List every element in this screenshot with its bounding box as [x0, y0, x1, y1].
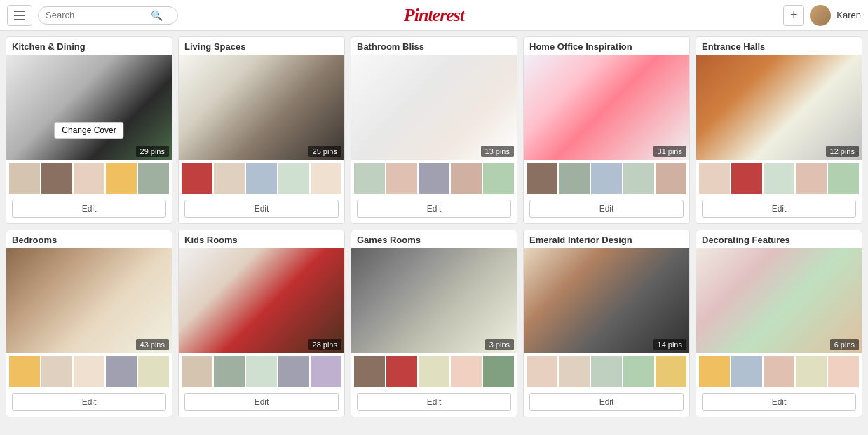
thumb-kidsrooms-4	[311, 356, 341, 387]
board-cover-img-decorating	[696, 248, 862, 353]
pins-badge-entrance: 12 pins	[826, 146, 859, 157]
board-card-kidsrooms: Kids Rooms28 pinsEdit	[178, 230, 345, 417]
board-thumbs-kitchen	[6, 160, 172, 197]
thumb-kidsrooms-0	[182, 356, 212, 387]
board-card-gamesrooms: Games Rooms3 pinsEdit	[351, 230, 517, 417]
board-cover-img-bathroom	[351, 55, 517, 160]
board-card-living: Living Spaces25 pinsEdit	[178, 36, 345, 224]
board-cover-wrap-emerald: 14 pins	[524, 248, 689, 353]
thumb-bedrooms-0	[9, 356, 40, 387]
pins-badge-homeoffice: 31 pins	[653, 146, 686, 157]
edit-button-gamesrooms[interactable]: Edit	[357, 393, 511, 411]
add-button[interactable]: +	[783, 5, 804, 26]
board-card-entrance: Entrance Halls12 pinsEdit	[696, 36, 862, 224]
thumb-emerald-1	[559, 356, 590, 387]
thumb-bedrooms-2	[74, 356, 104, 387]
avatar-image	[810, 5, 831, 26]
thumb-kidsrooms-3	[278, 356, 309, 387]
thumb-decorating-0	[699, 356, 730, 387]
pins-badge-bathroom: 13 pins	[481, 146, 514, 157]
board-cover-wrap-living: 25 pins	[179, 55, 344, 160]
thumb-living-1	[214, 163, 245, 194]
thumb-homeoffice-2	[591, 163, 622, 194]
thumb-entrance-3	[796, 163, 827, 194]
board-cover-img-kidsrooms	[179, 248, 344, 353]
board-card-bedrooms: Bedrooms43 pinsEdit	[6, 230, 172, 417]
thumb-gamesrooms-3	[451, 356, 482, 387]
edit-button-homeoffice[interactable]: Edit	[529, 200, 684, 218]
hamburger-icon	[14, 11, 25, 20]
menu-button[interactable]	[7, 5, 32, 26]
board-title-gamesrooms: Games Rooms	[351, 230, 517, 248]
thumb-living-0	[182, 163, 212, 194]
edit-button-living[interactable]: Edit	[184, 200, 339, 218]
board-title-kidsrooms: Kids Rooms	[179, 230, 344, 248]
board-thumbs-bathroom	[351, 160, 517, 197]
edit-button-bathroom[interactable]: Edit	[357, 200, 511, 218]
pins-badge-kidsrooms: 28 pins	[308, 339, 341, 350]
board-cover-img-entrance	[696, 55, 862, 160]
thumb-homeoffice-3	[623, 163, 654, 194]
thumb-homeoffice-4	[656, 163, 686, 194]
thumb-emerald-0	[527, 356, 557, 387]
avatar	[810, 5, 831, 26]
board-thumbs-homeoffice	[524, 160, 689, 197]
thumb-entrance-2	[764, 163, 794, 194]
edit-button-decorating[interactable]: Edit	[702, 393, 856, 411]
thumb-bathroom-1	[386, 163, 417, 194]
board-thumbs-decorating	[696, 353, 862, 390]
search-icon: 🔍	[151, 10, 163, 21]
board-cover-img-homeoffice	[524, 55, 689, 160]
thumb-entrance-0	[699, 163, 730, 194]
thumb-decorating-2	[764, 356, 794, 387]
board-card-bathroom: Bathroom Bliss13 pinsEdit	[351, 36, 517, 224]
board-cover-wrap-bathroom: 13 pins	[351, 55, 517, 160]
thumb-kitchen-0	[9, 163, 40, 194]
board-title-emerald: Emerald Interior Design	[524, 230, 689, 248]
thumb-entrance-4	[828, 163, 859, 194]
edit-button-entrance[interactable]: Edit	[702, 200, 856, 218]
thumb-living-3	[278, 163, 309, 194]
thumb-living-4	[311, 163, 341, 194]
thumb-decorating-4	[828, 356, 859, 387]
boards-grid: Kitchen & DiningChange Cover29 pinsEditL…	[6, 36, 862, 417]
board-thumbs-emerald	[524, 353, 689, 390]
edit-button-emerald[interactable]: Edit	[529, 393, 684, 411]
edit-button-bedrooms[interactable]: Edit	[12, 393, 166, 411]
thumb-kidsrooms-1	[214, 356, 245, 387]
thumb-bedrooms-4	[138, 356, 169, 387]
board-title-homeoffice: Home Office Inspiration	[524, 37, 689, 55]
thumb-gamesrooms-4	[483, 356, 514, 387]
board-title-bedrooms: Bedrooms	[6, 230, 172, 248]
board-thumbs-bedrooms	[6, 353, 172, 390]
thumb-living-2	[246, 163, 277, 194]
thumb-bathroom-4	[483, 163, 514, 194]
edit-button-kitchen[interactable]: Edit	[12, 200, 166, 218]
search-input[interactable]	[46, 10, 151, 20]
thumb-homeoffice-0	[527, 163, 557, 194]
board-title-bathroom: Bathroom Bliss	[351, 37, 517, 55]
pins-badge-kitchen: 29 pins	[136, 146, 169, 157]
thumb-bedrooms-3	[106, 356, 137, 387]
logo: Pinterest	[404, 5, 464, 26]
thumb-homeoffice-1	[559, 163, 590, 194]
change-cover-button-kitchen[interactable]: Change Cover	[54, 122, 123, 139]
board-title-kitchen: Kitchen & Dining	[6, 37, 172, 55]
board-cover-img-kitchen	[6, 55, 172, 160]
pins-badge-living: 25 pins	[308, 146, 341, 157]
board-card-homeoffice: Home Office Inspiration31 pinsEdit	[523, 36, 690, 224]
board-cover-wrap-entrance: 12 pins	[696, 55, 862, 160]
thumb-kitchen-3	[106, 163, 137, 194]
thumb-bathroom-2	[419, 163, 449, 194]
main-content: Kitchen & DiningChange Cover29 pinsEditL…	[0, 31, 868, 423]
board-cover-wrap-gamesrooms: 3 pins	[351, 248, 517, 353]
thumb-decorating-3	[796, 356, 827, 387]
header-right: + Karen	[783, 5, 861, 26]
board-title-living: Living Spaces	[179, 37, 344, 55]
edit-button-kidsrooms[interactable]: Edit	[184, 393, 339, 411]
board-card-kitchen: Kitchen & DiningChange Cover29 pinsEdit	[6, 36, 172, 224]
thumb-gamesrooms-0	[354, 356, 385, 387]
board-thumbs-entrance	[696, 160, 862, 197]
thumb-gamesrooms-1	[386, 356, 417, 387]
thumb-kidsrooms-2	[246, 356, 277, 387]
